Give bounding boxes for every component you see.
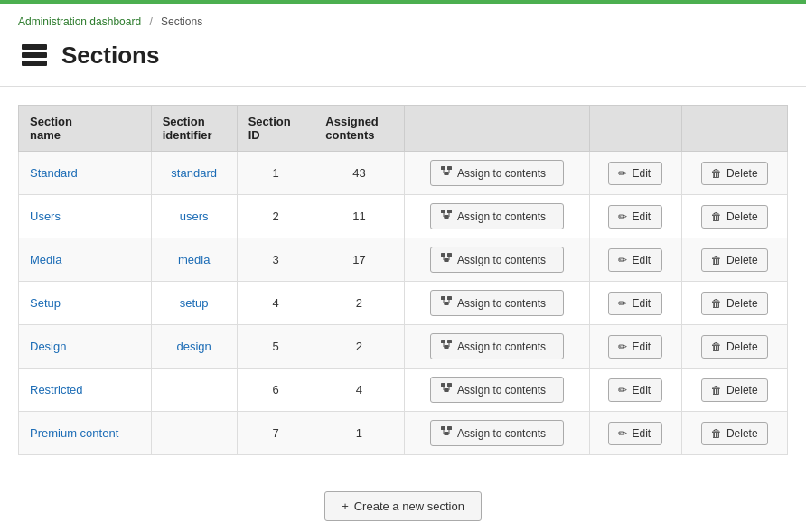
delete-icon: 🗑 (711, 341, 722, 353)
plus-icon: + (342, 499, 349, 513)
assign-action-cell: Assign to contents (404, 412, 590, 455)
edit-action-cell: ✏ Edit (590, 152, 681, 195)
delete-action-cell: 🗑 Delete (681, 325, 787, 369)
section-id-cell: 7 (237, 412, 314, 455)
section-identifier-cell (151, 412, 237, 455)
sections-table: Sectionname Sectionidentifier SectionID … (18, 105, 788, 455)
delete-button[interactable]: 🗑 Delete (701, 205, 768, 229)
page-title: Sections (61, 42, 159, 70)
section-name-link[interactable]: Users (30, 210, 61, 223)
edit-action-cell: ✏ Edit (590, 325, 681, 369)
delete-action-cell: 🗑 Delete (681, 195, 787, 238)
edit-icon: ✏ (618, 427, 627, 440)
admin-dashboard-link[interactable]: Administration dashboard (18, 15, 141, 28)
svg-rect-0 (22, 44, 47, 50)
delete-action-cell: 🗑 Delete (681, 238, 787, 282)
delete-icon: 🗑 (711, 297, 722, 310)
section-name-cell: Premium content (19, 412, 152, 455)
delete-button[interactable]: 🗑 Delete (701, 422, 768, 445)
col-actions-2 (590, 106, 681, 152)
assign-to-contents-button[interactable]: Assign to contents (430, 420, 564, 446)
section-name-cell: Media (19, 238, 152, 282)
delete-icon: 🗑 (711, 384, 722, 397)
edit-button[interactable]: ✏ Edit (608, 335, 662, 359)
edit-button[interactable]: ✏ Edit (608, 292, 662, 315)
edit-button[interactable]: ✏ Edit (608, 248, 662, 272)
section-id-cell: 2 (237, 195, 314, 238)
section-identifier-link[interactable]: media (178, 253, 210, 266)
section-identifier-link[interactable]: standard (171, 166, 217, 180)
edit-action-cell: ✏ Edit (590, 369, 681, 412)
assign-to-contents-button[interactable]: Assign to contents (430, 160, 564, 186)
delete-icon: 🗑 (711, 427, 722, 440)
main-content: Sectionname Sectionidentifier SectionID … (0, 87, 806, 473)
section-name-link[interactable]: Premium content (30, 426, 118, 440)
assign-action-cell: Assign to contents (404, 369, 590, 412)
section-identifier-cell: setup (151, 282, 237, 325)
assigned-contents-cell: 2 (314, 282, 404, 325)
edit-button[interactable]: ✏ Edit (608, 162, 662, 185)
col-section-name: Sectionname (19, 106, 152, 152)
delete-icon: 🗑 (711, 210, 722, 223)
footer-area: + Create a new section (0, 473, 806, 532)
sections-icon (18, 39, 51, 71)
assign-icon (440, 382, 453, 397)
assigned-contents-cell: 17 (314, 238, 404, 282)
assign-to-contents-button[interactable]: Assign to contents (430, 290, 564, 316)
section-id-cell: 4 (237, 282, 314, 325)
delete-icon: 🗑 (711, 167, 722, 180)
assign-action-cell: Assign to contents (404, 282, 590, 325)
edit-icon: ✏ (618, 384, 627, 397)
delete-button[interactable]: 🗑 Delete (701, 248, 768, 272)
section-identifier-cell (151, 369, 237, 412)
breadcrumb-current: Sections (161, 15, 202, 28)
edit-action-cell: ✏ Edit (590, 412, 681, 455)
assign-icon (440, 425, 453, 441)
delete-button[interactable]: 🗑 Delete (701, 162, 768, 185)
edit-icon: ✏ (618, 210, 627, 223)
table-row: Usersusers211 Assign to contents✏ Edit🗑 … (19, 195, 788, 238)
svg-rect-2 (22, 61, 47, 66)
delete-button[interactable]: 🗑 Delete (701, 292, 768, 315)
table-row: Mediamedia317 Assign to contents✏ Edit🗑 … (19, 238, 788, 282)
col-actions-1 (404, 106, 590, 152)
delete-button[interactable]: 🗑 Delete (701, 335, 768, 359)
section-name-cell: Users (19, 195, 152, 238)
assign-to-contents-button[interactable]: Assign to contents (430, 247, 564, 273)
section-identifier-link[interactable]: design (177, 340, 211, 353)
edit-action-cell: ✏ Edit (590, 195, 681, 238)
delete-icon: 🗑 (711, 254, 722, 266)
delete-action-cell: 🗑 Delete (681, 369, 787, 412)
page-header: Sections (0, 33, 806, 87)
assign-action-cell: Assign to contents (404, 238, 590, 282)
assign-to-contents-button[interactable]: Assign to contents (430, 377, 564, 403)
assign-icon (440, 252, 453, 267)
edit-button[interactable]: ✏ Edit (608, 422, 662, 445)
section-name-link[interactable]: Media (30, 253, 61, 266)
section-name-cell: Standard (19, 152, 152, 195)
section-id-cell: 5 (237, 325, 314, 369)
create-new-section-button[interactable]: + Create a new section (324, 491, 482, 521)
section-identifier-link[interactable]: setup (180, 296, 209, 310)
assign-action-cell: Assign to contents (404, 152, 590, 195)
edit-button[interactable]: ✏ Edit (608, 378, 662, 402)
table-row: Standardstandard143 Assign to contents✏ … (19, 152, 788, 195)
assign-to-contents-button[interactable]: Assign to contents (430, 333, 564, 359)
section-name-link[interactable]: Standard (30, 166, 78, 180)
delete-action-cell: 🗑 Delete (681, 282, 787, 325)
assign-action-cell: Assign to contents (404, 195, 590, 238)
section-identifier-link[interactable]: users (180, 210, 209, 223)
delete-button[interactable]: 🗑 Delete (701, 378, 768, 402)
table-row: Restricted64 Assign to contents✏ Edit🗑 D… (19, 369, 788, 412)
breadcrumb-separator: / (149, 15, 152, 28)
section-name-link[interactable]: Setup (30, 296, 61, 310)
section-identifier-cell: design (151, 325, 237, 369)
assign-to-contents-button[interactable]: Assign to contents (430, 203, 564, 229)
section-name-link[interactable]: Restricted (30, 383, 83, 397)
edit-icon: ✏ (618, 254, 627, 266)
table-row: Designdesign52 Assign to contents✏ Edit🗑… (19, 325, 788, 369)
svg-rect-1 (22, 52, 47, 58)
edit-button[interactable]: ✏ Edit (608, 205, 662, 229)
assign-icon (440, 295, 453, 311)
section-name-link[interactable]: Design (30, 340, 66, 353)
